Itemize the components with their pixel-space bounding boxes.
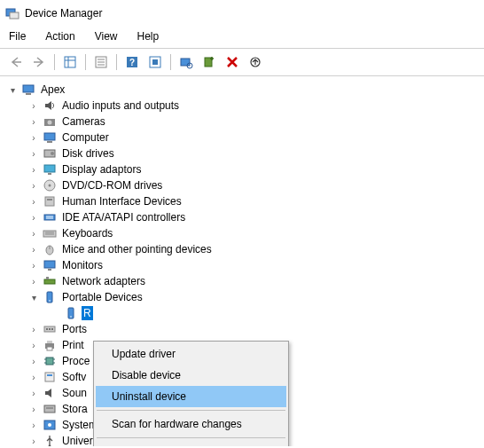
chevron-right-icon[interactable]: › (28, 117, 39, 127)
chevron-right-icon[interactable]: › (28, 373, 39, 382)
tree-category[interactable]: ›Ports (2, 321, 482, 337)
ctx-disable-device[interactable]: Disable device (96, 365, 286, 386)
menu-bar: File Action View Help (0, 27, 484, 49)
tree-category[interactable]: ▾Portable Devices (2, 289, 482, 305)
chevron-right-icon[interactable]: › (28, 261, 39, 271)
svg-rect-54 (46, 358, 53, 365)
add-legacy-button[interactable] (199, 52, 220, 72)
ctx-uninstall-device[interactable]: Uninstall device (96, 386, 286, 407)
chevron-right-icon[interactable]: › (28, 277, 39, 287)
chevron-right-icon[interactable]: › (28, 165, 39, 175)
svg-rect-17 (23, 85, 34, 92)
ide-icon (43, 210, 57, 224)
usb-icon (43, 434, 57, 446)
tree-category[interactable]: ›Network adapters (2, 273, 482, 289)
title-bar: Device Manager (0, 0, 484, 27)
tree-category[interactable]: ›Mice and other pointing devices (2, 241, 482, 257)
category-label: Proce (60, 354, 91, 368)
category-label: DVD/CD-ROM drives (60, 178, 164, 193)
menu-action[interactable]: Action (42, 28, 78, 44)
update-driver-button[interactable] (245, 52, 266, 72)
menu-view[interactable]: View (91, 28, 121, 44)
ctx-properties[interactable]: Properties (96, 441, 286, 446)
back-button[interactable] (5, 52, 27, 72)
show-hide-button[interactable] (59, 52, 81, 72)
tree-device[interactable]: R (2, 305, 482, 321)
chevron-down-icon[interactable]: ▾ (28, 293, 39, 303)
chevron-right-icon[interactable]: › (28, 325, 39, 334)
tree-category[interactable]: ›Keyboards (2, 225, 482, 241)
computer-icon (21, 83, 35, 97)
tree-category[interactable]: ›Disk drives (2, 145, 482, 161)
category-label: Disk drives (60, 146, 116, 161)
chevron-right-icon[interactable]: › (28, 420, 39, 430)
display-icon (43, 162, 57, 177)
ctx-update-driver[interactable]: Update driver (96, 343, 286, 365)
chevron-right-icon[interactable]: › (28, 213, 39, 223)
svg-rect-53 (47, 347, 52, 350)
menu-help[interactable]: Help (134, 28, 163, 44)
chevron-right-icon[interactable]: › (28, 245, 39, 255)
tree-category[interactable]: ›Cameras (2, 114, 482, 130)
tree-category[interactable]: ›IDE ATA/ATAPI controllers (2, 209, 482, 225)
category-label: Display adaptors (60, 162, 143, 177)
software-icon (43, 370, 57, 384)
network-icon (43, 274, 57, 288)
category-label: Print (60, 338, 86, 352)
tree-category[interactable]: ›DVD/CD-ROM drives (2, 177, 482, 193)
scan-button[interactable] (176, 52, 197, 72)
chevron-right-icon[interactable]: › (28, 133, 39, 143)
category-label: IDE ATA/ATAPI controllers (60, 210, 187, 224)
tree-category[interactable]: ›Computer (2, 130, 482, 145)
forward-button[interactable] (28, 52, 50, 72)
tree-category[interactable]: ›Monitors (2, 257, 482, 273)
svg-rect-29 (45, 197, 54, 206)
svg-rect-12 (152, 59, 158, 65)
svg-rect-59 (45, 373, 54, 381)
uninstall-button[interactable] (222, 52, 243, 72)
chevron-right-icon[interactable]: › (28, 389, 39, 398)
chevron-right-icon[interactable]: › (28, 357, 39, 366)
chevron-right-icon[interactable]: › (28, 101, 39, 111)
svg-rect-40 (48, 269, 51, 271)
svg-rect-61 (44, 405, 55, 413)
device-tree[interactable]: ▾ Apex ›Audio inputs and outputs›Cameras… (0, 76, 484, 446)
disk-icon (43, 146, 57, 161)
sound-icon (43, 386, 57, 400)
svg-rect-1 (10, 12, 19, 19)
svg-point-65 (49, 445, 51, 447)
help-button[interactable]: ? (121, 52, 143, 72)
chevron-right-icon[interactable]: › (28, 436, 39, 446)
tree-category[interactable]: ›Display adaptors (2, 161, 482, 177)
tree-category[interactable]: ›Audio inputs and outputs (2, 98, 482, 114)
svg-rect-41 (44, 279, 55, 284)
category-label: Soun (60, 386, 89, 400)
chevron-right-icon[interactable]: › (28, 149, 39, 159)
tree-category[interactable]: ›Human Interface Devices (2, 193, 482, 209)
properties-button[interactable] (90, 52, 112, 72)
menu-file[interactable]: File (5, 28, 29, 44)
chevron-right-icon[interactable]: › (28, 405, 39, 414)
context-menu: Update driver Disable device Uninstall d… (93, 341, 289, 446)
action-button[interactable] (144, 52, 166, 72)
portable-icon (43, 290, 57, 304)
svg-point-50 (51, 328, 53, 330)
category-label: Ports (60, 322, 89, 336)
toolbar-separator (170, 54, 171, 70)
chevron-right-icon[interactable]: › (28, 341, 39, 350)
category-label: Portable Devices (60, 290, 144, 304)
chevron-down-icon[interactable]: ▾ (7, 85, 18, 95)
svg-rect-22 (47, 141, 52, 143)
chevron-right-icon[interactable]: › (28, 181, 39, 191)
svg-rect-30 (47, 199, 52, 200)
chevron-right-icon[interactable]: › (28, 229, 39, 239)
svg-rect-52 (47, 341, 52, 343)
svg-point-46 (70, 316, 72, 318)
category-label: Mice and other pointing devices (60, 242, 214, 256)
ctx-scan-hardware[interactable]: Scan for hardware changes (96, 413, 286, 435)
chevron-right-icon[interactable]: › (28, 197, 39, 207)
tree-root[interactable]: ▾ Apex (2, 82, 482, 98)
device-label: R (82, 306, 93, 320)
svg-rect-42 (46, 277, 49, 279)
context-menu-separator (97, 410, 285, 411)
